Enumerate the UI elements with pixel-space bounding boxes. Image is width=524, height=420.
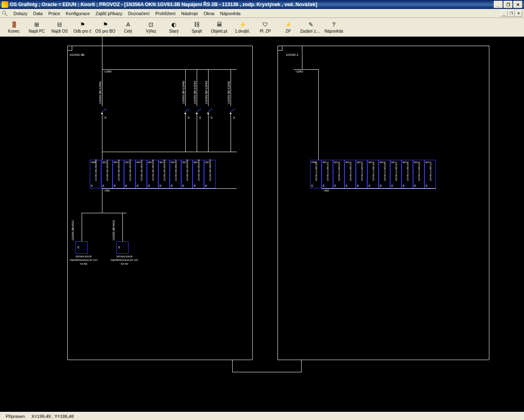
window-titlebar: OS GrafIntg ; Oracle = EDUN ; KoorII ; P… <box>0 0 524 9</box>
tool-label: Nápověda <box>324 29 343 33</box>
tool-icon: ⛓ <box>193 21 200 28</box>
tool-icon: 🏛 <box>216 21 223 28</box>
module[interactable]: BAY1GV93.3B+2B1D07E <box>170 160 181 188</box>
module[interactable]: BAY1DV92.2+2B1109E <box>413 160 424 188</box>
voltage-5v-left: =5V <box>104 189 110 192</box>
status-ready: Připraven <box>2 414 28 419</box>
module[interactable]: BAY1GV93.3B+2B1D03E <box>124 160 135 188</box>
module[interactable]: BAY1GV93.3B+2B1D05E <box>147 160 158 188</box>
module-rack-right: PWR1DV92.2+2B1100EBAY1DV92.2+2B1101EBAY1… <box>310 160 436 188</box>
menu-dotazy[interactable]: Dotazy <box>11 10 30 17</box>
tool-star[interactable]: ◐Starý <box>162 19 185 36</box>
tool-label: OS pro BO <box>95 29 115 33</box>
right-panel-id: 1DV92.2 <box>286 53 298 57</box>
signal-box[interactable]: E <box>75 241 88 254</box>
signal-box[interactable]: E <box>116 241 129 254</box>
module[interactable]: BAY1GV93.3B+2B1D04E <box>135 160 147 188</box>
switch-label: 1GV93.3B+21FA3 <box>205 81 208 104</box>
tool-spojit[interactable]: ⛓Spojit <box>185 19 208 36</box>
tool-cel[interactable]: ACelý <box>117 19 140 36</box>
menu-zajipkazy[interactable]: Zajišť.příkazy <box>93 10 125 17</box>
tool-zadnzm[interactable]: ✎Zadání zm... <box>300 19 322 36</box>
menu-npovda[interactable]: Nápověda <box>217 10 243 17</box>
module[interactable]: BAY1DV92.2+2B1107E <box>390 160 402 188</box>
switch[interactable] <box>102 109 107 112</box>
toolbar: 🚪Konec⊞Najdi PC⊟Najdi OS⚑Odb pro č⚑OS pr… <box>0 18 524 37</box>
tool-icon: ✎ <box>307 21 315 28</box>
module[interactable]: BAY1GV93.3B+2B1D09E <box>193 160 204 188</box>
tool-label: Objekt.pl. <box>211 29 228 33</box>
voltage-24v-left: =24V <box>104 70 112 73</box>
module[interactable]: BAY1DV92.2+2B1101E <box>322 160 333 188</box>
module[interactable]: BAY1GV93.3B+2B1D06E <box>158 160 170 188</box>
window-title: OS GrafIntg ; Oracle = EDUN ; KoorII ; P… <box>10 2 494 7</box>
switch-label: 1GV93.3B+21FA2 <box>227 81 230 104</box>
switch[interactable] <box>196 109 202 112</box>
tool-zp[interactable]: ⚡ZP <box>277 19 300 36</box>
module[interactable]: BAY1DV92.2+2B1108E <box>402 160 413 188</box>
tool-vez[interactable]: ⊡Výřez <box>140 19 162 36</box>
tool-label: Najdi OS <box>51 29 68 33</box>
module[interactable]: BAY1GV93.3B+2B1D08E <box>181 160 193 188</box>
voltage-5v-right: =5V <box>323 189 329 192</box>
tool-objektpl[interactable]: 🏛Objekt.pl. <box>208 19 231 36</box>
menu-nstroje[interactable]: Nástroje <box>178 10 201 17</box>
tool-label: Zadání zm... <box>300 29 322 33</box>
tool-konec[interactable]: 🚪Konec <box>2 19 25 36</box>
module[interactable]: BAY1DV92.2+2B1106E <box>379 160 390 188</box>
switch[interactable] <box>230 109 235 112</box>
menu-konfigurace[interactable]: Konfigurace <box>63 10 93 17</box>
tool-icon: ⚡ <box>239 21 246 28</box>
tool-label: Výřez <box>146 29 156 33</box>
switch[interactable] <box>208 109 213 112</box>
tool-icon: ? <box>330 21 337 28</box>
module[interactable]: BAY1DV92.2+2B1104E <box>356 160 367 188</box>
maximize-button[interactable]: ❐ <box>504 1 513 8</box>
menu-doznaen[interactable]: Doznačení <box>125 10 153 17</box>
module[interactable]: BAY1DV92.2+2B1110E <box>424 160 436 188</box>
menu-okna[interactable]: Okna <box>201 10 217 17</box>
module[interactable]: BAY1GV93.3B+2B1D01E <box>101 160 113 188</box>
tool-plzp[interactable]: 🛡Pl. ZP <box>254 19 277 36</box>
tool-label: Najdi PC <box>29 29 44 33</box>
switch[interactable] <box>185 109 190 112</box>
tool-npovda[interactable]: ?Nápověda <box>322 19 345 36</box>
tool-icon: ⊞ <box>33 21 40 28</box>
tool-najdios[interactable]: ⊟Najdi OS <box>48 19 71 36</box>
menu-data[interactable]: Data <box>30 10 45 17</box>
diagram-canvas[interactable]: 1GV93.3B =24V S1GV93.3B+21FA1S1GV93.3B+2… <box>0 37 524 412</box>
tool-icon: ⚡ <box>284 21 292 28</box>
tool-label: ZP <box>286 29 291 33</box>
tool-odbpro[interactable]: ⚑Odb pro č <box>71 19 94 36</box>
svg-point-0 <box>2 11 6 14</box>
mdi-restore-button[interactable]: ❐ <box>508 10 515 17</box>
mdi-minimize-button[interactable]: _ <box>500 10 508 17</box>
mdi-close-button[interactable]: ✕ <box>515 10 522 17</box>
tool-label: Konec <box>8 29 20 33</box>
tool-najdipc[interactable]: ⊞Najdi PC <box>25 19 48 36</box>
module[interactable]: BAY1GV93.3B+2B1D10E <box>204 160 215 188</box>
tool-icon: ⚑ <box>79 21 86 28</box>
module-rack-left: PWR1GV93.3B+2B1D00EBAY1GV93.3B+2B1D01EBA… <box>90 160 215 188</box>
close-button[interactable]: ✕ <box>513 1 522 8</box>
module[interactable]: BAY1GV93.3B+2B1D02E <box>113 160 124 188</box>
tool-label: Spojit <box>191 29 202 33</box>
voltage-24v-right: =24V <box>295 70 303 73</box>
minimize-button[interactable]: _ <box>494 1 503 8</box>
menu-prce[interactable]: Práce <box>46 10 63 17</box>
module[interactable]: PWR1DV92.2+2B1100E <box>310 160 322 188</box>
tool-icon: 🚪 <box>10 21 18 28</box>
tool-icon: ⊡ <box>147 21 155 28</box>
tool-dvojbl[interactable]: ⚡1.dvojbl. <box>231 19 254 36</box>
left-panel-id: 1GV93.3B <box>69 53 84 57</box>
tool-label: Pl. ZP <box>260 29 271 33</box>
panel-corner-box <box>67 46 72 51</box>
module[interactable]: BAY1DV92.2+2B1102E <box>333 160 344 188</box>
module[interactable]: BAY1DV92.2+2B1105E <box>367 160 379 188</box>
statusbar: Připraven X=199,49 ; Y=186,48 <box>0 412 524 420</box>
tool-osprobo[interactable]: ⚑OS pro BO <box>94 19 117 36</box>
menu-prohlen[interactable]: Prohlížení <box>152 10 178 17</box>
signal-id: 1GV93.3B+KG1 <box>71 220 74 241</box>
module[interactable]: PWR1GV93.3B+2B1D00E <box>90 160 101 188</box>
module[interactable]: BAY1DV92.2+2B1103E <box>344 160 356 188</box>
